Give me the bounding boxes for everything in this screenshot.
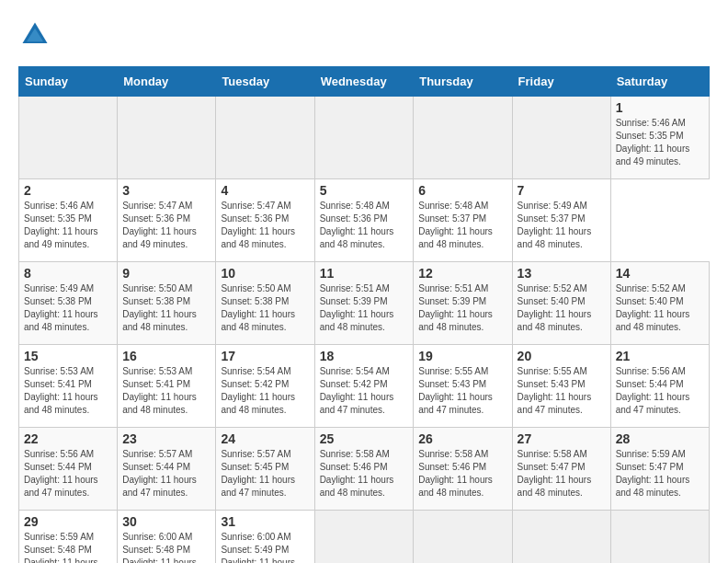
day-info: Sunrise: 5:57 AM Sunset: 5:45 PM Dayligh… bbox=[221, 448, 309, 500]
day-info: Sunrise: 5:59 AM Sunset: 5:47 PM Dayligh… bbox=[616, 448, 704, 500]
day-info: Sunrise: 5:54 AM Sunset: 5:42 PM Dayligh… bbox=[320, 365, 409, 417]
page-header bbox=[18, 18, 710, 52]
calendar-week-row: 1 Sunrise: 5:46 AM Sunset: 5:35 PM Dayli… bbox=[19, 97, 710, 179]
day-info: Sunrise: 5:50 AM Sunset: 5:38 PM Dayligh… bbox=[221, 282, 309, 334]
calendar-cell: 21 Sunrise: 5:56 AM Sunset: 5:44 PM Dayl… bbox=[610, 345, 709, 428]
day-number: 15 bbox=[24, 349, 112, 363]
calendar-cell: 25 Sunrise: 5:58 AM Sunset: 5:46 PM Dayl… bbox=[314, 428, 414, 511]
calendar-cell: 17 Sunrise: 5:54 AM Sunset: 5:42 PM Dayl… bbox=[216, 345, 314, 428]
day-number: 29 bbox=[24, 514, 112, 529]
day-number: 7 bbox=[518, 183, 606, 198]
day-number: 30 bbox=[122, 514, 210, 529]
day-info: Sunrise: 5:53 AM Sunset: 5:41 PM Dayligh… bbox=[122, 365, 210, 417]
day-info: Sunrise: 5:58 AM Sunset: 5:46 PM Dayligh… bbox=[418, 448, 506, 500]
day-number: 2 bbox=[24, 183, 112, 198]
calendar-cell: 7 Sunrise: 5:49 AM Sunset: 5:37 PM Dayli… bbox=[512, 179, 610, 262]
day-info: Sunrise: 5:51 AM Sunset: 5:39 PM Dayligh… bbox=[418, 282, 506, 334]
day-info: Sunrise: 5:49 AM Sunset: 5:37 PM Dayligh… bbox=[518, 200, 606, 251]
empty-cell bbox=[118, 97, 216, 179]
empty-cell bbox=[414, 511, 512, 564]
calendar-cell: 18 Sunrise: 5:54 AM Sunset: 5:42 PM Dayl… bbox=[314, 345, 414, 428]
empty-cell bbox=[216, 97, 314, 179]
day-header-tuesday: Tuesday bbox=[216, 67, 314, 97]
day-info: Sunrise: 5:53 AM Sunset: 5:41 PM Dayligh… bbox=[24, 365, 112, 417]
day-number: 10 bbox=[221, 266, 309, 281]
empty-cell bbox=[512, 511, 610, 564]
empty-cell bbox=[414, 97, 512, 179]
day-info: Sunrise: 5:51 AM Sunset: 5:39 PM Dayligh… bbox=[320, 282, 409, 334]
day-info: Sunrise: 5:56 AM Sunset: 5:44 PM Dayligh… bbox=[616, 365, 704, 417]
day-number: 11 bbox=[320, 266, 409, 281]
logo-icon bbox=[18, 18, 51, 52]
calendar-cell: 3 Sunrise: 5:47 AM Sunset: 5:36 PM Dayli… bbox=[118, 179, 216, 262]
calendar-cell: 30 Sunrise: 6:00 AM Sunset: 5:48 PM Dayl… bbox=[118, 511, 216, 564]
day-number: 19 bbox=[418, 349, 506, 363]
day-number: 4 bbox=[221, 183, 309, 198]
calendar-cell: 22 Sunrise: 5:56 AM Sunset: 5:44 PM Dayl… bbox=[19, 428, 118, 511]
calendar-cell: 27 Sunrise: 5:58 AM Sunset: 5:47 PM Dayl… bbox=[512, 428, 610, 511]
day-number: 17 bbox=[221, 349, 309, 363]
day-number: 24 bbox=[221, 431, 309, 446]
calendar-cell: 23 Sunrise: 5:57 AM Sunset: 5:44 PM Dayl… bbox=[118, 428, 216, 511]
day-info: Sunrise: 5:58 AM Sunset: 5:47 PM Dayligh… bbox=[518, 448, 606, 500]
day-number: 31 bbox=[221, 514, 309, 529]
day-number: 8 bbox=[24, 266, 112, 281]
calendar-cell: 26 Sunrise: 5:58 AM Sunset: 5:46 PM Dayl… bbox=[414, 428, 512, 511]
day-info: Sunrise: 5:58 AM Sunset: 5:46 PM Dayligh… bbox=[320, 448, 409, 500]
day-info: Sunrise: 5:46 AM Sunset: 5:35 PM Dayligh… bbox=[24, 200, 112, 251]
day-number: 3 bbox=[122, 183, 210, 198]
calendar-week-row: 22 Sunrise: 5:56 AM Sunset: 5:44 PM Dayl… bbox=[19, 428, 710, 511]
day-info: Sunrise: 5:55 AM Sunset: 5:43 PM Dayligh… bbox=[418, 365, 506, 417]
calendar-cell: 14 Sunrise: 5:52 AM Sunset: 5:40 PM Dayl… bbox=[610, 262, 709, 345]
day-info: Sunrise: 5:46 AM Sunset: 5:35 PM Dayligh… bbox=[616, 117, 704, 168]
empty-cell bbox=[610, 511, 709, 564]
calendar-cell: 10 Sunrise: 5:50 AM Sunset: 5:38 PM Dayl… bbox=[216, 262, 314, 345]
day-number: 18 bbox=[320, 349, 409, 363]
calendar-cell: 1 Sunrise: 5:46 AM Sunset: 5:35 PM Dayli… bbox=[610, 97, 709, 179]
calendar-cell: 2 Sunrise: 5:46 AM Sunset: 5:35 PM Dayli… bbox=[19, 179, 118, 262]
day-info: Sunrise: 5:47 AM Sunset: 5:36 PM Dayligh… bbox=[221, 200, 309, 251]
calendar-week-row: 15 Sunrise: 5:53 AM Sunset: 5:41 PM Dayl… bbox=[19, 345, 710, 428]
day-number: 12 bbox=[418, 266, 506, 281]
day-number: 23 bbox=[122, 431, 210, 446]
calendar-cell: 19 Sunrise: 5:55 AM Sunset: 5:43 PM Dayl… bbox=[414, 345, 512, 428]
day-info: Sunrise: 5:52 AM Sunset: 5:40 PM Dayligh… bbox=[518, 282, 606, 334]
day-header-friday: Friday bbox=[512, 67, 610, 97]
day-number: 22 bbox=[24, 431, 112, 446]
day-number: 26 bbox=[418, 431, 506, 446]
day-info: Sunrise: 6:00 AM Sunset: 5:48 PM Dayligh… bbox=[122, 531, 210, 563]
day-number: 1 bbox=[616, 100, 704, 115]
calendar-week-row: 2 Sunrise: 5:46 AM Sunset: 5:35 PM Dayli… bbox=[19, 179, 710, 262]
calendar-cell: 9 Sunrise: 5:50 AM Sunset: 5:38 PM Dayli… bbox=[118, 262, 216, 345]
day-header-thursday: Thursday bbox=[414, 67, 512, 97]
calendar-cell: 20 Sunrise: 5:55 AM Sunset: 5:43 PM Dayl… bbox=[512, 345, 610, 428]
empty-cell bbox=[19, 97, 118, 179]
day-number: 27 bbox=[518, 431, 606, 446]
day-info: Sunrise: 6:00 AM Sunset: 5:49 PM Dayligh… bbox=[221, 531, 309, 563]
day-number: 20 bbox=[518, 349, 606, 363]
day-header-monday: Monday bbox=[118, 67, 216, 97]
day-header-sunday: Sunday bbox=[19, 67, 118, 97]
calendar-cell: 15 Sunrise: 5:53 AM Sunset: 5:41 PM Dayl… bbox=[19, 345, 118, 428]
calendar-cell: 28 Sunrise: 5:59 AM Sunset: 5:47 PM Dayl… bbox=[610, 428, 709, 511]
calendar-header-row: SundayMondayTuesdayWednesdayThursdayFrid… bbox=[19, 67, 710, 97]
day-info: Sunrise: 5:49 AM Sunset: 5:38 PM Dayligh… bbox=[24, 282, 112, 334]
calendar-cell: 13 Sunrise: 5:52 AM Sunset: 5:40 PM Dayl… bbox=[512, 262, 610, 345]
day-number: 28 bbox=[616, 431, 704, 446]
day-info: Sunrise: 5:56 AM Sunset: 5:44 PM Dayligh… bbox=[24, 448, 112, 500]
day-info: Sunrise: 5:55 AM Sunset: 5:43 PM Dayligh… bbox=[518, 365, 606, 417]
calendar-cell: 5 Sunrise: 5:48 AM Sunset: 5:36 PM Dayli… bbox=[314, 179, 414, 262]
calendar-cell: 11 Sunrise: 5:51 AM Sunset: 5:39 PM Dayl… bbox=[314, 262, 414, 345]
calendar-cell: 31 Sunrise: 6:00 AM Sunset: 5:49 PM Dayl… bbox=[216, 511, 314, 564]
day-number: 25 bbox=[320, 431, 409, 446]
empty-cell bbox=[314, 511, 414, 564]
calendar-cell: 12 Sunrise: 5:51 AM Sunset: 5:39 PM Dayl… bbox=[414, 262, 512, 345]
day-number: 9 bbox=[122, 266, 210, 281]
calendar-table: SundayMondayTuesdayWednesdayThursdayFrid… bbox=[18, 66, 710, 563]
day-number: 6 bbox=[418, 183, 506, 198]
day-header-saturday: Saturday bbox=[610, 67, 709, 97]
calendar-week-row: 29 Sunrise: 5:59 AM Sunset: 5:48 PM Dayl… bbox=[19, 511, 710, 564]
logo bbox=[18, 18, 57, 52]
day-info: Sunrise: 5:57 AM Sunset: 5:44 PM Dayligh… bbox=[122, 448, 210, 500]
calendar-week-row: 8 Sunrise: 5:49 AM Sunset: 5:38 PM Dayli… bbox=[19, 262, 710, 345]
